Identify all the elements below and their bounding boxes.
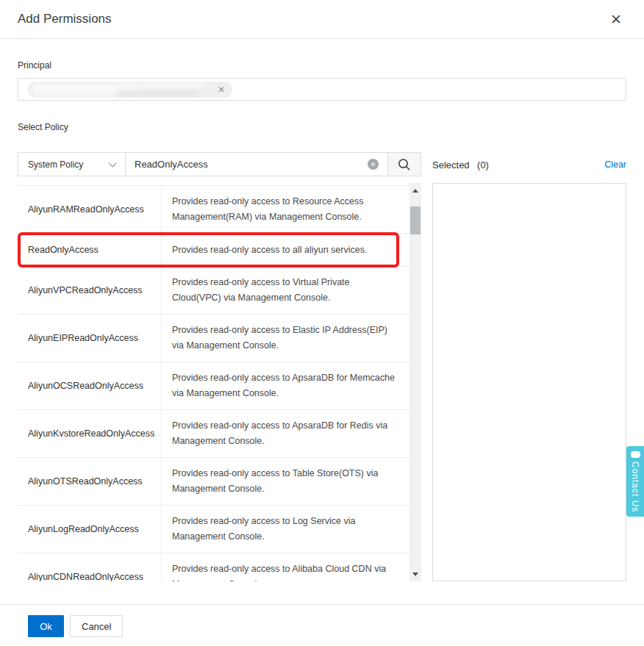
policy-description-cell: Provides read-only access to Table Store… (162, 458, 409, 505)
policy-name-cell: AliyunOTSReadOnlyAccess (18, 458, 162, 505)
search-box: ✕ (126, 153, 387, 176)
selected-count-label: Selected (0) (432, 158, 489, 171)
policy-picker-header: System Policy ✕ Selected (0) (18, 152, 626, 176)
search-icon (398, 158, 411, 171)
policy-name-cell: AliyunOCSReadOnlyAccess (18, 362, 162, 409)
policy-name-cell: ReadOnlyAccess (18, 234, 162, 266)
clear-search-icon[interactable]: ✕ (368, 159, 379, 170)
scroll-up-arrow[interactable] (409, 184, 421, 196)
policy-table-row[interactable]: AliyunOTSReadOnlyAccess Provides read-on… (18, 458, 409, 506)
contact-us-label: Contact Us (630, 462, 640, 512)
policy-name-cell: AliyunEIPReadOnlyAccess (18, 315, 162, 362)
scrollbar-thumb[interactable] (410, 207, 421, 234)
policy-name-cell: AliyunKvstoreReadOnlyAccess (18, 410, 162, 457)
policy-table-row[interactable]: AliyunOCSReadOnlyAccess Provides read-on… (18, 362, 409, 410)
close-icon[interactable]: ✕ (607, 10, 625, 29)
dialog-header: Add Permissions ✕ (0, 0, 644, 39)
ok-button[interactable]: Ok (28, 615, 64, 637)
policy-table-row[interactable]: AliyunRAMReadOnlyAccess Provides read-on… (18, 186, 409, 234)
select-policy-label: Select Policy (18, 122, 626, 132)
cancel-button[interactable]: Cancel (70, 615, 123, 637)
policy-description-cell: Provides read-only access to Resource Ac… (162, 186, 409, 233)
contact-us-tab[interactable]: Contact Us (626, 446, 644, 517)
policy-list-scrollbar[interactable] (409, 183, 421, 581)
policy-type-dropdown[interactable]: System Policy (18, 153, 126, 176)
policy-table-row[interactable]: AliyunEIPReadOnlyAccess Provides read-on… (18, 315, 409, 362)
principal-tag: ✕ (28, 82, 232, 98)
selected-header: Selected (0) Clear (432, 152, 626, 176)
policy-table-row[interactable]: ReadOnlyAccess Provides read-only access… (18, 234, 409, 267)
selected-policies-panel (432, 183, 626, 581)
dialog-title: Add Permissions (18, 12, 112, 26)
policy-description-cell: Provides read-only access to Alibaba Clo… (162, 553, 409, 581)
add-permissions-dialog: Add Permissions ✕ Principal ✕ Select Pol… (0, 0, 644, 646)
policy-table-row[interactable]: AliyunVPCReadOnlyAccess Provides read-on… (18, 267, 409, 315)
policy-name-cell: AliyunLogReadOnlyAccess (18, 506, 162, 553)
policy-table-row[interactable]: AliyunLogReadOnlyAccess Provides read-on… (18, 506, 409, 553)
redacted-text (138, 82, 204, 90)
dialog-content: Principal ✕ Select Policy System Policy … (0, 60, 644, 581)
policy-table-row[interactable]: AliyunKvstoreReadOnlyAccess Provides rea… (18, 410, 409, 458)
policy-table-row[interactable]: AliyunCDNReadOnlyAccess Provides read-on… (18, 553, 409, 581)
policy-name-cell: AliyunRAMReadOnlyAccess (18, 186, 162, 233)
policy-name-cell: AliyunCDNReadOnlyAccess (18, 553, 162, 581)
tag-remove-icon[interactable]: ✕ (218, 85, 225, 94)
chevron-down-icon (108, 159, 116, 167)
policy-picker-body: AliyunRAMReadOnlyAccess Provides read-on… (18, 183, 626, 581)
dialog-footer: Ok Cancel (0, 604, 644, 646)
policy-name-cell: AliyunVPCReadOnlyAccess (18, 267, 162, 314)
search-button[interactable] (387, 153, 421, 176)
redacted-text (116, 90, 197, 96)
policy-table-wrap: AliyunRAMReadOnlyAccess Provides read-on… (18, 183, 421, 581)
policy-description-cell: Provides read-only access to all aliyun … (162, 234, 409, 266)
chat-bubble-icon (631, 451, 640, 458)
principal-label: Principal (18, 60, 626, 71)
policy-search-input[interactable] (135, 159, 368, 170)
scroll-down-arrow[interactable] (409, 568, 421, 580)
policy-description-cell: Provides read-only access to ApsaraDB fo… (162, 410, 409, 457)
clear-selected-link[interactable]: Clear (604, 159, 626, 170)
policy-description-cell: Provides read-only access to Log Service… (162, 506, 409, 553)
principal-input[interactable]: ✕ (18, 78, 626, 101)
policy-table: AliyunRAMReadOnlyAccess Provides read-on… (18, 183, 409, 581)
policy-description-cell: Provides read-only access to Virtual Pri… (162, 267, 409, 314)
policy-type-value: System Policy (28, 159, 83, 170)
policy-description-cell: Provides read-only access to ApsaraDB fo… (162, 362, 409, 409)
policy-description-cell: Provides read-only access to Elastic IP … (162, 315, 409, 362)
policy-search-bar: System Policy ✕ (18, 152, 421, 176)
